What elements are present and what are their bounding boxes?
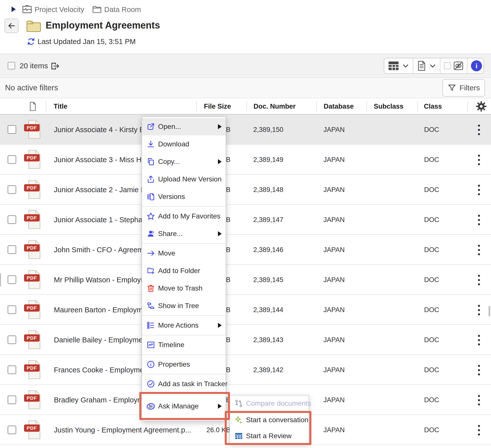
share-person-icon: [146, 230, 156, 238]
menu-item-move[interactable]: Move: [142, 245, 226, 262]
row-menu-button[interactable]: [477, 304, 480, 316]
breadcrumb-workspace[interactable]: Project Velocity: [35, 4, 84, 15]
filter-bar: No active filters Filters: [0, 78, 491, 98]
menu-item-share[interactable]: Share...: [142, 225, 226, 243]
breadcrumb-folder[interactable]: Data Room: [104, 4, 141, 15]
page-title: Employment Agreements: [46, 20, 160, 31]
info-panel-button[interactable]: [467, 58, 485, 73]
versions-icon: [146, 192, 156, 201]
table-row[interactable]: PDF Mr Phillip Watson - Employm B 2,389,…: [0, 265, 491, 295]
row-menu-button[interactable]: [477, 424, 480, 436]
row-menu-button[interactable]: [477, 244, 480, 256]
document-view-button[interactable]: [413, 58, 440, 73]
document-title[interactable]: Junior Associate 4 - Kirsty B: [54, 115, 144, 145]
back-button[interactable]: [5, 19, 19, 33]
table-row[interactable]: PDF Junior Associate 1 - Stephan B 2,389…: [0, 205, 491, 235]
row-checkbox[interactable]: [8, 155, 16, 164]
column-header-docnumber[interactable]: Doc. Number: [254, 98, 296, 115]
document-title[interactable]: Maureen Barton - Employm: [54, 295, 143, 325]
table-view-button[interactable]: [384, 58, 413, 73]
refresh-icon[interactable]: [27, 37, 36, 46]
menu-item-properties[interactable]: Properties: [142, 356, 226, 373]
menu-item-versions[interactable]: Versions: [142, 188, 226, 205]
doc-number-cell: 2,389,145: [253, 265, 283, 295]
row-checkbox[interactable]: [8, 215, 16, 224]
row-checkbox[interactable]: [8, 275, 16, 284]
row-menu-button[interactable]: [477, 124, 480, 136]
row-menu-button[interactable]: [477, 154, 480, 166]
row-menu-button[interactable]: [477, 214, 480, 226]
menu-item-open[interactable]: Open...: [142, 118, 226, 135]
table-row[interactable]: PDF John Smith - CFO - Agreeme B 2,389,1…: [0, 235, 491, 265]
filters-button[interactable]: Filters: [442, 79, 485, 97]
document-title[interactable]: Bradley Graham - Employm: [54, 385, 144, 415]
document-title[interactable]: Junior Associate 1 - Stephan: [54, 205, 146, 235]
database-cell: JAPAN: [323, 355, 345, 385]
menu-item-move-to-trash[interactable]: Move to Trash: [142, 280, 226, 297]
menu-item-download[interactable]: Download: [142, 135, 226, 153]
document-title[interactable]: Mr Phillip Watson - Employm: [54, 265, 147, 295]
table-row[interactable]: PDF Junior Associate 3 - Miss Ho B 2,389…: [0, 145, 491, 175]
column-header-subclass[interactable]: Subclass: [374, 98, 404, 115]
preview-checkbox[interactable]: [444, 62, 451, 69]
table-row[interactable]: PDF Frances Cooke - Employme B 2,389,142…: [0, 355, 491, 385]
vertical-scrollbar-thumb[interactable]: [488, 306, 490, 316]
document-title[interactable]: Junior Associate 3 - Miss Ho: [54, 145, 146, 175]
table-row[interactable]: PDF Danielle Bailey - Employme B 2,389,1…: [0, 325, 491, 355]
row-checkbox[interactable]: [8, 185, 16, 194]
submenu-arrow-icon: [218, 323, 222, 328]
row-checkbox[interactable]: [8, 245, 16, 254]
document-title[interactable]: Danielle Bailey - Employme: [54, 325, 143, 355]
pdf-file-icon: PDF: [26, 210, 44, 230]
column-header-title[interactable]: Title: [54, 98, 67, 115]
imanage-document-list-page: Project Velocity Data Room Employment Ag…: [0, 0, 491, 448]
document-title[interactable]: John Smith - CFO - Agreeme: [54, 235, 148, 265]
view-options-group: [384, 58, 484, 74]
menu-item-timeline[interactable]: Timeline: [142, 336, 226, 354]
row-checkbox[interactable]: [8, 305, 16, 314]
menu-item-copy[interactable]: Copy...: [142, 153, 226, 170]
trash-icon: [146, 284, 156, 293]
row-menu-button[interactable]: [477, 274, 480, 286]
preview-toggle-group[interactable]: [440, 58, 467, 73]
row-checkbox[interactable]: [8, 425, 16, 434]
table-row[interactable]: PDF Junior Associate 2 - Jamie P B 2,389…: [0, 175, 491, 205]
menu-item-add-to-favorites[interactable]: Add to My Favorites: [142, 207, 226, 225]
export-icon[interactable]: [50, 61, 60, 71]
row-checkbox[interactable]: [8, 125, 16, 134]
menu-item-add-as-task[interactable]: Add as task in Tracker: [142, 375, 226, 393]
document-title[interactable]: Junior Associate 2 - Jamie P: [54, 175, 146, 205]
column-header-filesize[interactable]: File Size: [204, 98, 231, 115]
class-cell: DOC: [424, 415, 439, 445]
table-row[interactable]: PDF Junior Associate 4 - Kirsty B B 2,38…: [0, 115, 491, 145]
review-table-icon: [233, 431, 244, 440]
menu-item-ask-imanage[interactable]: m Ask iManage: [142, 397, 226, 416]
menu-divider: [142, 206, 226, 207]
column-header-database[interactable]: Database: [324, 98, 354, 115]
row-menu-button[interactable]: [477, 184, 480, 196]
row-menu-button[interactable]: [477, 394, 480, 406]
doc-number-cell: 2,389,143: [253, 325, 283, 355]
menu-item-more-actions[interactable]: More Actions: [142, 317, 226, 334]
document-title[interactable]: Frances Cooke - Employme: [54, 355, 144, 385]
menu-item-add-to-folder[interactable]: Add to Folder: [142, 262, 226, 280]
column-divider: [366, 101, 367, 111]
pdf-file-icon: PDF: [26, 150, 44, 170]
menu-item-upload-new-version[interactable]: Upload New Version: [142, 170, 226, 188]
table-row[interactable]: PDF Maureen Barton - Employm B 2,389,144…: [0, 295, 491, 325]
menu-item-show-in-tree[interactable]: Show in Tree: [142, 297, 226, 315]
expand-tree-icon[interactable]: [12, 7, 16, 12]
row-menu-button[interactable]: [477, 334, 480, 346]
submenu-item-start-a-conversation[interactable]: Start a conversation: [230, 412, 309, 428]
row-checkbox[interactable]: [8, 335, 16, 344]
row-menu-button[interactable]: [477, 364, 480, 376]
select-all-checkbox[interactable]: [8, 62, 15, 70]
row-checkbox[interactable]: [8, 365, 16, 374]
column-settings-gear-icon[interactable]: [475, 101, 487, 112]
database-cell: JAPAN: [323, 295, 345, 325]
row-checkbox[interactable]: [8, 395, 16, 404]
column-header-class[interactable]: Class: [424, 98, 442, 115]
submenu-item-start-a-review[interactable]: Start a Review: [230, 428, 309, 444]
submenu-arrow-icon: [218, 404, 222, 409]
pdf-file-icon: PDF: [26, 360, 44, 380]
